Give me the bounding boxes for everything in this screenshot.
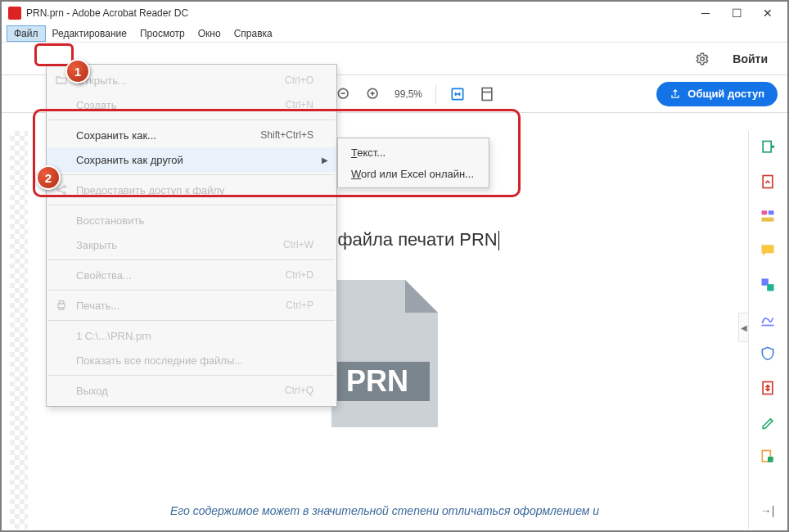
zoom-in-icon[interactable] xyxy=(365,86,381,102)
menu-save-as-other[interactable]: Сохранить как другой▶ xyxy=(47,147,336,172)
svg-point-17 xyxy=(64,186,66,188)
menu-separator xyxy=(48,119,335,120)
menu-edit[interactable]: Редактирование xyxy=(46,26,133,41)
sign-icon[interactable] xyxy=(760,311,776,327)
svg-point-0 xyxy=(701,56,705,61)
login-button[interactable]: Войти xyxy=(721,47,779,70)
comment-icon[interactable] xyxy=(760,242,776,259)
fill-sign-icon[interactable] xyxy=(760,414,776,431)
menu-separator xyxy=(48,205,335,205)
titlebar: PRN.prn - Adobe Acrobat Reader DC ─ ☐ ✕ xyxy=(2,2,787,25)
fit-width-icon[interactable] xyxy=(449,86,466,102)
menu-share-file[interactable]: Предоставить доступ к файлу xyxy=(47,178,336,202)
menu-close[interactable]: ЗакрытьCtrl+W xyxy=(47,232,336,257)
menu-recent-file[interactable]: 1 C:\...\PRN.prn xyxy=(47,323,336,348)
svg-rect-19 xyxy=(58,304,65,308)
convert-icon[interactable] xyxy=(760,449,776,465)
menu-help[interactable]: Справка xyxy=(228,26,279,41)
text-cursor xyxy=(498,231,499,250)
minimize-button[interactable]: ─ xyxy=(701,8,710,18)
share-button[interactable]: Общий доступ xyxy=(656,82,778,106)
menu-print[interactable]: Печать...Ctrl+P xyxy=(47,293,336,318)
svg-rect-15 xyxy=(768,457,773,462)
toolbar-separator xyxy=(435,84,436,104)
compress-icon[interactable] xyxy=(760,380,776,396)
svg-text:PRN: PRN xyxy=(346,364,408,398)
menu-file[interactable]: Файл xyxy=(7,25,46,42)
menu-revert[interactable]: Восстановить xyxy=(47,208,336,232)
right-tools-panel: →| xyxy=(748,131,786,529)
menu-separator xyxy=(48,259,335,260)
submenu-word-excel[interactable]: Word или Excel онлайн... xyxy=(338,163,489,184)
svg-rect-9 xyxy=(768,210,773,214)
edit-pdf-icon[interactable] xyxy=(760,208,776,224)
menu-exit[interactable]: ВыходCtrl+Q xyxy=(47,378,336,403)
menu-separator xyxy=(48,320,335,321)
close-button[interactable]: ✕ xyxy=(763,8,773,18)
menu-window[interactable]: Окно xyxy=(192,26,228,41)
menu-separator xyxy=(48,290,335,291)
zoom-out-icon[interactable] xyxy=(336,86,352,102)
save-as-other-submenu: Текст... Word или Excel онлайн... xyxy=(337,138,489,188)
annotation-marker-1: 1 xyxy=(65,59,90,83)
menu-separator xyxy=(48,375,335,376)
annotation-marker-2: 2 xyxy=(36,165,61,190)
menu-open[interactable]: Открыть...Ctrl+O xyxy=(47,68,336,92)
share-label: Общий доступ xyxy=(688,88,764,100)
svg-rect-6 xyxy=(763,142,771,152)
menu-show-recent[interactable]: Показать все последние файлы... xyxy=(47,348,336,372)
submenu-arrow-icon: ▶ xyxy=(322,156,328,165)
svg-rect-3 xyxy=(482,88,492,100)
app-icon xyxy=(8,7,21,20)
document-footer: Его содержимое может в значительной степ… xyxy=(170,504,599,517)
page-view-icon[interactable] xyxy=(479,86,495,102)
panel-expand-button[interactable]: →| xyxy=(760,504,775,517)
zoom-level[interactable]: 99,5% xyxy=(394,88,422,100)
menu-view[interactable]: Просмотр xyxy=(133,26,192,41)
menu-create[interactable]: СоздатьCtrl+N xyxy=(47,92,336,117)
print-icon xyxy=(55,299,68,312)
file-menu-dropdown: Открыть...Ctrl+O СоздатьCtrl+N Сохранить… xyxy=(46,64,337,407)
protect-icon[interactable] xyxy=(760,345,776,362)
svg-point-16 xyxy=(57,189,60,192)
left-gutter xyxy=(10,131,28,529)
menu-properties[interactable]: Свойства...Ctrl+D xyxy=(47,263,336,287)
gear-icon[interactable] xyxy=(695,52,710,66)
svg-rect-8 xyxy=(761,210,767,214)
combine-icon[interactable] xyxy=(760,277,776,293)
svg-rect-12 xyxy=(767,284,773,291)
submenu-text[interactable]: Текст... xyxy=(338,142,489,163)
menubar: Файл Редактирование Просмотр Окно Справк… xyxy=(2,25,787,43)
menu-separator xyxy=(48,174,335,175)
svg-rect-10 xyxy=(761,218,773,222)
share-icon xyxy=(670,88,681,100)
svg-rect-21 xyxy=(59,308,63,310)
create-pdf-icon[interactable] xyxy=(760,174,776,190)
svg-point-18 xyxy=(64,192,66,195)
window-controls: ─ ☐ ✕ xyxy=(701,8,773,18)
menu-save-as[interactable]: Сохранить как...Shift+Ctrl+S xyxy=(47,123,336,147)
window-title: PRN.prn - Adobe Acrobat Reader DC xyxy=(26,7,701,19)
export-pdf-icon[interactable] xyxy=(760,139,776,156)
svg-rect-20 xyxy=(59,301,63,304)
maximize-button[interactable]: ☐ xyxy=(732,8,742,18)
